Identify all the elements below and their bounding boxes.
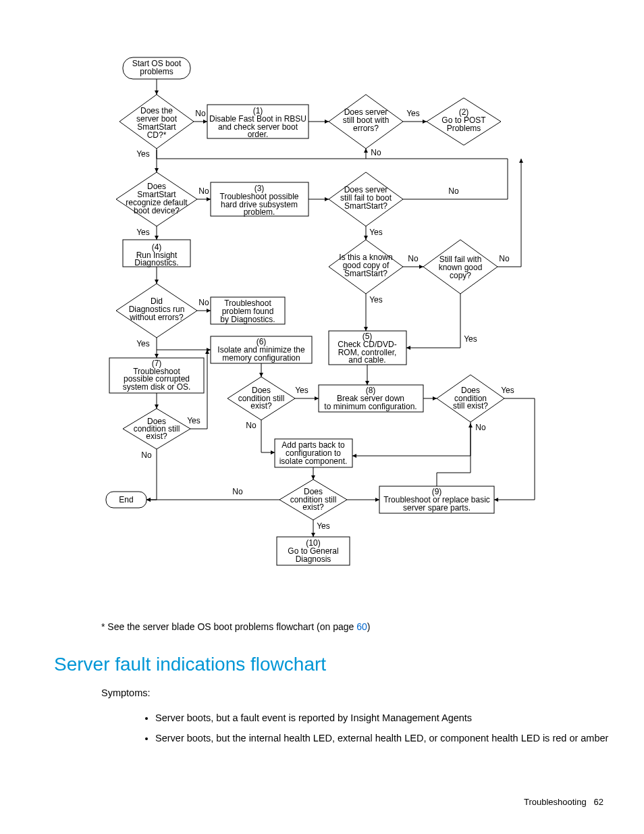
- svg-text:Yes: Yes: [136, 339, 150, 348]
- svg-text:No: No: [475, 423, 486, 432]
- svg-text:SmartStart?: SmartStart?: [344, 201, 387, 211]
- svg-text:errors?: errors?: [353, 124, 379, 133]
- svg-text:No: No: [499, 254, 510, 263]
- svg-text:isolate component.: isolate component.: [279, 457, 348, 466]
- svg-text:exist?: exist?: [146, 432, 167, 441]
- svg-text:without errors?: without errors?: [129, 313, 184, 322]
- svg-text:Problems: Problems: [447, 124, 481, 133]
- svg-text:copy?: copy?: [450, 271, 471, 280]
- svg-text:SmartStart?: SmartStart?: [344, 269, 387, 278]
- svg-text:exist?: exist?: [250, 401, 272, 411]
- svg-text:End: End: [119, 495, 133, 504]
- svg-text:system disk or OS.: system disk or OS.: [123, 382, 191, 392]
- svg-text:No: No: [232, 487, 243, 496]
- svg-text:No: No: [198, 298, 209, 307]
- footnote-text: * See the server blade OS boot problems …: [101, 621, 370, 632]
- symptoms-label: Symptoms:: [101, 687, 151, 698]
- svg-text:Diagnostics.: Diagnostics.: [134, 258, 178, 267]
- list-item: Server boots, but the internal health LE…: [155, 733, 608, 744]
- svg-text:and cable.: and cable.: [348, 355, 385, 365]
- os-boot-flowchart: Start OS boot problems Does the server b…: [103, 54, 589, 617]
- svg-text:server spare parts.: server spare parts.: [403, 503, 471, 513]
- svg-text:by Diagnostics.: by Diagnostics.: [220, 315, 275, 324]
- svg-text:exist?: exist?: [302, 502, 324, 512]
- svg-text:boot device?: boot device?: [134, 206, 180, 215]
- list-item: Server boots, but a fault event is repor…: [155, 712, 608, 723]
- symptoms-list: Server boots, but a fault event is repor…: [108, 712, 608, 753]
- svg-text:memory configuration: memory configuration: [222, 353, 300, 363]
- svg-text:Yes: Yes: [406, 109, 420, 118]
- svg-text:problem.: problem.: [244, 207, 275, 217]
- svg-text:order.: order.: [248, 130, 269, 139]
- svg-text:Yes: Yes: [295, 386, 308, 395]
- svg-text:No: No: [371, 148, 381, 157]
- svg-text:Yes: Yes: [136, 228, 150, 237]
- svg-text:Yes: Yes: [501, 386, 514, 395]
- svg-text:No: No: [141, 450, 152, 460]
- svg-text:No: No: [198, 186, 209, 196]
- svg-text:Yes: Yes: [317, 521, 330, 531]
- svg-text:Yes: Yes: [136, 149, 150, 159]
- svg-text:Yes: Yes: [369, 295, 383, 305]
- svg-text:No: No: [195, 109, 206, 118]
- svg-text:Yes: Yes: [187, 416, 200, 425]
- svg-text:to minimum configuration.: to minimum configuration.: [324, 402, 417, 411]
- section-heading: Server fault indications flowchart: [54, 654, 326, 675]
- svg-text:No: No: [448, 186, 459, 196]
- page-footer: Troubleshooting 62: [524, 797, 603, 807]
- svg-text:No: No: [408, 254, 419, 263]
- svg-text:Yes: Yes: [464, 334, 477, 344]
- svg-text:No: No: [246, 421, 257, 430]
- svg-text:problems: problems: [140, 67, 173, 76]
- svg-text:Diagnosis: Diagnosis: [296, 554, 331, 564]
- svg-text:CD?*: CD?*: [147, 130, 167, 140]
- page-link-60[interactable]: 60: [356, 621, 367, 632]
- svg-text:still exist?: still exist?: [453, 401, 488, 411]
- svg-text:Yes: Yes: [369, 228, 383, 237]
- document-page: Start OS boot problems Does the server b…: [0, 0, 644, 834]
